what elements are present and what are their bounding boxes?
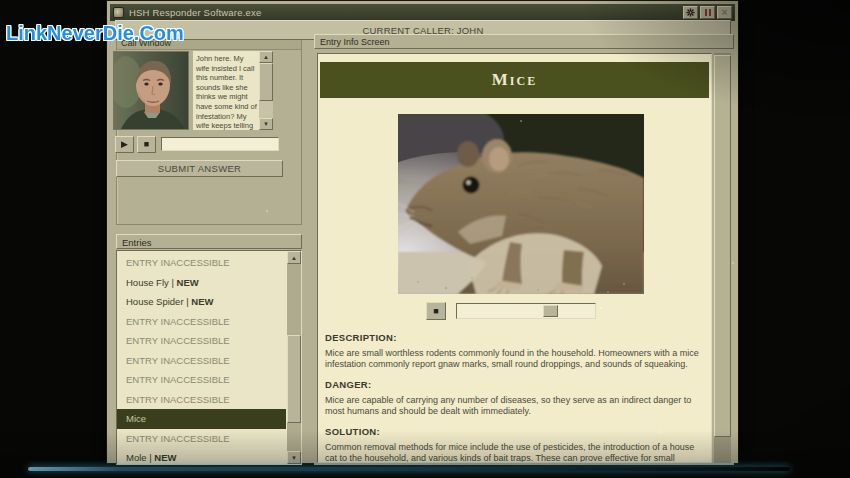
submit-answer-button[interactable]: SUBMIT ANSWER bbox=[116, 160, 283, 177]
entries-list-item[interactable]: ENTRY INACCESSIBLE bbox=[117, 253, 286, 273]
entry-info-caption: Entry Info Screen bbox=[314, 34, 734, 49]
entries-list-item[interactable]: House Spider | NEW bbox=[117, 292, 286, 312]
app-icon bbox=[113, 7, 124, 18]
pause-icon bbox=[705, 9, 711, 16]
info-scrollbar bbox=[714, 53, 731, 463]
window-title: HSH Responder Software.exe bbox=[129, 7, 683, 18]
caller-photo bbox=[113, 51, 189, 130]
scroll-up-button[interactable]: ▲ bbox=[259, 51, 273, 63]
entry-info-content: Mice bbox=[317, 53, 712, 463]
play-button[interactable]: ▶ bbox=[115, 136, 134, 153]
entries-list-item[interactable]: ENTRY INACCESSIBLE bbox=[117, 331, 286, 351]
scroll-down-button[interactable]: ▼ bbox=[259, 118, 273, 130]
entries-scrollbar: ▲ ▼ bbox=[287, 251, 301, 464]
crt-screen: LinkNeverDie.Com HSH Responder Software.… bbox=[0, 0, 850, 478]
entries-list-item[interactable]: House Fly | NEW bbox=[117, 273, 286, 293]
section-heading: DANGER: bbox=[325, 379, 701, 390]
titlebar: HSH Responder Software.exe bbox=[110, 4, 735, 21]
photo-slider-row: ■ bbox=[318, 302, 711, 322]
settings-button[interactable] bbox=[683, 6, 698, 19]
entries-list-item[interactable]: ENTRY INACCESSIBLE bbox=[117, 370, 286, 390]
message-scrollbar: ▲ ▼ bbox=[259, 51, 273, 130]
entry-photo bbox=[398, 114, 644, 294]
section-heading: DESCRIPTION: bbox=[325, 332, 701, 343]
gear-icon bbox=[686, 8, 695, 17]
section-body: Common removal methods for mice include … bbox=[325, 442, 701, 463]
slider-thumb[interactable] bbox=[543, 305, 558, 317]
entries-list-item[interactable]: Mice bbox=[117, 409, 286, 429]
entries-caption: Entries bbox=[116, 234, 302, 249]
section-body: Mice are capable of carrying any number … bbox=[325, 395, 701, 417]
stop-icon: ■ bbox=[433, 306, 438, 316]
caller-message: John here. My wife insisted I call this … bbox=[193, 51, 259, 130]
entries-panel: Entries ENTRY INACCESSIBLEHouse Fly | NE… bbox=[116, 234, 302, 465]
stop-icon: ■ bbox=[144, 140, 149, 149]
pause-button[interactable] bbox=[700, 6, 715, 19]
photo-slider[interactable] bbox=[456, 303, 596, 319]
section-heading: SOLUTION: bbox=[325, 426, 701, 437]
entries-list-item[interactable]: ENTRY INACCESSIBLE bbox=[117, 351, 286, 371]
media-stop-button[interactable]: ■ bbox=[426, 302, 446, 320]
entries-list-item[interactable]: ENTRY INACCESSIBLE bbox=[117, 429, 286, 449]
audio-progress-bar[interactable] bbox=[161, 137, 279, 151]
scroll-down-button[interactable]: ▼ bbox=[287, 451, 301, 464]
scrollbar-thumb[interactable] bbox=[287, 335, 301, 423]
scroll-up-button[interactable]: ▲ bbox=[287, 251, 301, 264]
scrollbar-thumb[interactable] bbox=[714, 55, 731, 437]
entries-list: ENTRY INACCESSIBLEHouse Fly | NEWHouse S… bbox=[116, 250, 302, 465]
entries-list-item[interactable]: Mole | NEW bbox=[117, 448, 286, 465]
stop-button[interactable]: ■ bbox=[137, 136, 156, 153]
section-body: Mice are small worthless rodents commonl… bbox=[325, 348, 701, 370]
scrollbar-thumb[interactable] bbox=[259, 63, 273, 101]
entry-info-text: DESCRIPTION:Mice are small worthless rod… bbox=[325, 332, 701, 463]
close-icon: × bbox=[721, 7, 727, 18]
play-icon: ▶ bbox=[121, 140, 128, 149]
watermark: LinkNeverDie.Com bbox=[6, 22, 184, 45]
entry-info-panel: Entry Info Screen Mice bbox=[314, 34, 734, 465]
entries-list-item[interactable]: ENTRY INACCESSIBLE bbox=[117, 312, 286, 332]
monitor-glow bbox=[28, 467, 790, 471]
entries-list-item[interactable]: ENTRY INACCESSIBLE bbox=[117, 390, 286, 410]
app-window: HSH Responder Software.exe bbox=[106, 0, 739, 464]
close-button[interactable]: × bbox=[717, 6, 732, 19]
entry-title: Mice bbox=[320, 62, 709, 98]
window-controls: × bbox=[683, 6, 732, 19]
